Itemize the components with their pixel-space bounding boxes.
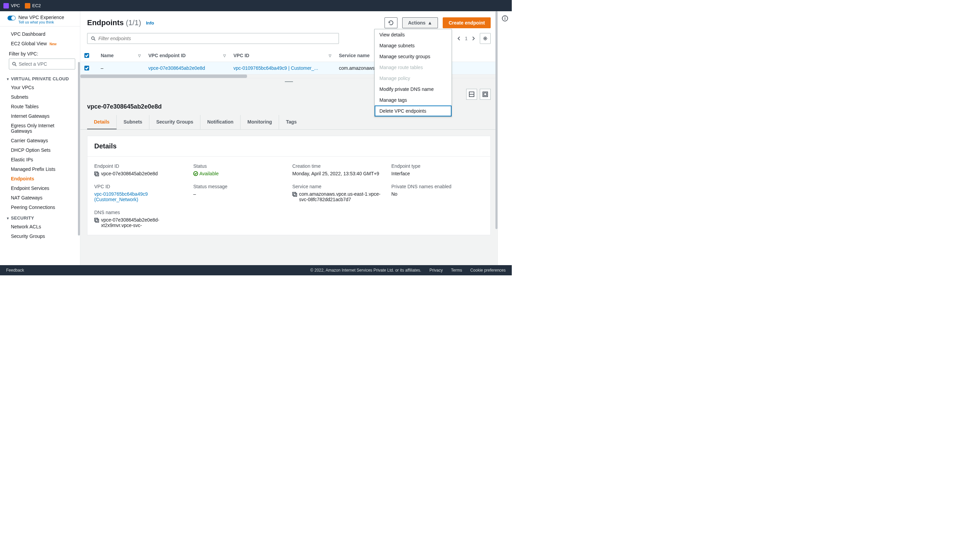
nav-dhcp-option-sets[interactable]: DHCP Option Sets [0,145,80,155]
filter-by-vpc-select[interactable]: Select a VPC [9,59,75,70]
action-view-details[interactable]: View details [375,29,452,40]
caret-down-icon: ▼ [6,77,10,81]
refresh-icon [388,20,394,25]
action-manage-subnets[interactable]: Manage subnets [375,40,452,51]
actions-button[interactable]: Actions ▲ [402,18,438,28]
svc-ec2[interactable]: EC2 [25,3,41,8]
tab-subnets[interactable]: Subnets [117,115,150,129]
svg-point-0 [13,62,15,65]
k-dns-names: DNS names [94,210,186,215]
svg-rect-12 [95,219,99,222]
nav-egress-only-igw[interactable]: Egress Only Internet Gateways [0,121,80,136]
page-prev-icon[interactable] [457,36,461,41]
nav-endpoint-services[interactable]: Endpoint Services [0,183,80,193]
sidebar: New VPC Experience Tell us what you thin… [0,11,80,265]
details-panel: Details Endpoint ID vpce-07e308645ab2e0e… [87,136,491,235]
tab-security-groups[interactable]: Security Groups [150,115,200,129]
tab-tags[interactable]: Tags [279,115,304,129]
nav-your-vpcs[interactable]: Your VPCs [0,83,80,92]
v-dns-names-text: vpce-07e308645ab2e0e8d-xt2x9mvr.vpce-svc… [101,217,186,228]
footer-privacy[interactable]: Privacy [430,268,443,273]
cell-endpoint-id[interactable]: vpce-07e308645ab2e0e8d [144,62,229,75]
nav-group-security-label: SECURITY [11,215,34,221]
nav-elastic-ips[interactable]: Elastic IPs [0,155,80,164]
k-status-msg: Status message [193,184,285,189]
svc-vpc[interactable]: VPC [3,3,20,8]
nav-security-groups[interactable]: Security Groups [0,231,80,241]
filter-endpoints-search[interactable] [87,33,339,44]
caret-up-icon: ▲ [428,20,433,25]
page-next-icon[interactable] [471,36,476,41]
action-manage-policy: Manage policy [375,73,452,84]
toggle-feedback-link[interactable]: Tell us what you think [18,20,64,24]
service-bar: VPC EC2 [0,0,512,11]
copy-icon[interactable] [94,218,99,223]
action-manage-tags[interactable]: Manage tags [375,95,452,105]
info-panel-button[interactable] [502,15,508,265]
filter-endpoints-input[interactable] [98,36,335,41]
grip-icon [285,81,293,82]
header-checkbox[interactable] [84,53,89,58]
sort-icon: ▽ [223,54,226,57]
copy-icon[interactable] [292,192,297,197]
toggle-title: New VPC Experience [18,14,64,20]
nav-carrier-gateways[interactable]: Carrier Gateways [0,136,80,145]
k-status: Status [193,163,285,169]
info-link[interactable]: Info [146,21,154,25]
action-modify-private-dns[interactable]: Modify private DNS name [375,84,452,95]
new-experience-toggle[interactable] [8,16,16,21]
footer-cookie[interactable]: Cookie preferences [470,268,506,273]
svg-point-2 [92,37,94,40]
col-checkbox[interactable] [80,49,97,62]
action-manage-route-tables: Manage route tables [375,62,452,73]
nav-endpoints[interactable]: Endpoints [0,174,80,183]
main-scrollbar[interactable] [495,11,498,229]
page-title-text: Endpoints [87,18,124,27]
nav-group-security[interactable]: ▼ SECURITY [0,212,80,222]
action-delete-vpc-endpoints[interactable]: Delete VPC endpoints [375,105,452,116]
col-service-name-label: Service name [339,53,369,58]
pager: 1 [457,36,476,41]
col-vpc-id[interactable]: VPC ID▽ [229,49,335,62]
sidebar-scrollbar[interactable] [78,62,80,235]
layout-split-button[interactable] [466,89,477,100]
nav-route-tables[interactable]: Route Tables [0,102,80,111]
nav-vpc-dashboard[interactable]: VPC Dashboard [0,29,80,39]
footer-terms[interactable]: Terms [451,268,462,273]
v-vpc-id[interactable]: vpc-0109765bc64ba49c9 (Customer_Network) [94,191,186,202]
layout-split-icon [469,92,474,97]
refresh-button[interactable] [385,18,398,28]
actions-dropdown: View details Manage subnets Manage secur… [374,29,452,117]
nav-group-vpc[interactable]: ▼ VIRTUAL PRIVATE CLOUD [0,73,80,83]
v-pdns: No [391,191,484,197]
v-creation: Monday, April 25, 2022, 13:53:40 GMT+9 [292,171,385,176]
cell-vpc-id[interactable]: vpc-0109765bc64ba49c9 | Customer_... [229,62,335,75]
nav-internet-gateways[interactable]: Internet Gateways [0,111,80,121]
footer-feedback[interactable]: Feedback [6,268,24,273]
nav-ec2-global-view[interactable]: EC2 Global View New [0,39,80,48]
col-name[interactable]: Name▽ [97,49,144,62]
col-endpoint-id[interactable]: VPC endpoint ID▽ [144,49,229,62]
v-svc-name: com.amazonaws.vpce.us-east-1.vpce-svc-08… [292,191,385,202]
nav-nat-gateways[interactable]: NAT Gateways [0,193,80,202]
tab-details[interactable]: Details [87,115,117,129]
create-endpoint-button[interactable]: Create endpoint [443,18,491,28]
svg-point-18 [504,17,505,18]
tab-monitoring[interactable]: Monitoring [240,115,279,129]
nav-subnets[interactable]: Subnets [0,92,80,102]
copy-icon[interactable] [94,172,99,176]
layout-full-button[interactable] [480,89,491,100]
svg-line-1 [15,65,16,66]
gear-icon [483,36,488,41]
filter-by-vpc-label: Filter by VPC: [0,48,80,58]
nav-network-acls[interactable]: Network ACLs [0,222,80,231]
row-checkbox[interactable] [84,66,89,70]
svg-rect-14 [293,192,296,196]
action-manage-security-groups[interactable]: Manage security groups [375,51,452,62]
table-settings-button[interactable] [480,33,491,44]
main-content: Endpoints (1/1) Info Actions ▲ Create en… [80,11,498,265]
nav-peering-connections[interactable]: Peering Connections [0,202,80,212]
nav-managed-prefix-lists[interactable]: Managed Prefix Lists [0,164,80,174]
v-type: Interface [391,171,484,176]
tab-notification[interactable]: Notification [200,115,240,129]
